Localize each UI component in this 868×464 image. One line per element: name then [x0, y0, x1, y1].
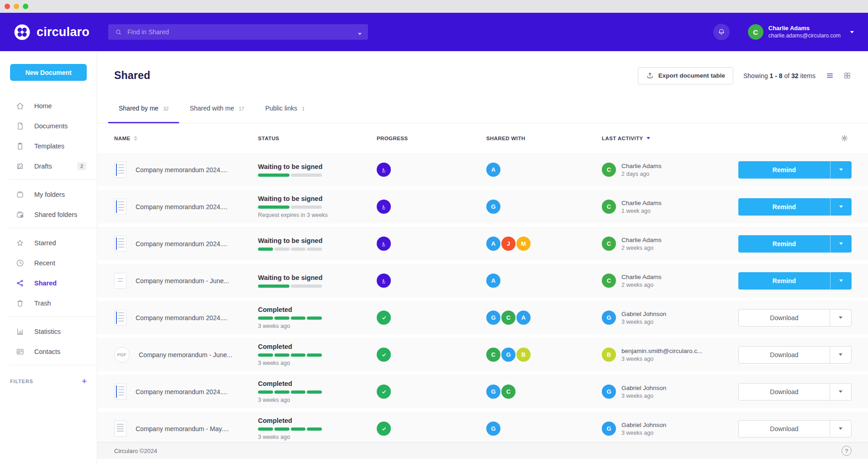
grid-view-button[interactable] [843, 71, 852, 80]
document-name[interactable]: Company memorandum 2024.... [136, 203, 227, 211]
sidebar-item-starred[interactable]: Starred [0, 233, 97, 253]
clock-icon [16, 258, 25, 268]
tab-shared-by-me[interactable]: Shared by me 32 [108, 94, 179, 123]
document-icon [16, 121, 25, 131]
download-button[interactable]: Download [738, 346, 852, 364]
last-activity-avatar[interactable]: C [602, 237, 616, 251]
user-avatar[interactable]: C [748, 24, 763, 40]
sidebar-item-home[interactable]: Home [0, 96, 97, 116]
maximize-window-button[interactable] [23, 4, 28, 9]
document-thumbnail-icon [114, 236, 126, 252]
remind-button[interactable]: Remind [738, 161, 852, 179]
column-header-name[interactable]: NAME [114, 136, 258, 141]
sidebar-item-my-folders[interactable]: My folders [0, 185, 97, 205]
action-options-caret[interactable] [830, 310, 851, 326]
last-activity-avatar[interactable]: C [602, 163, 616, 177]
last-activity-avatar[interactable]: B [602, 348, 616, 362]
action-options-caret[interactable] [830, 421, 851, 437]
shared-avatar[interactable]: C [486, 348, 500, 362]
statistics-icon [16, 327, 25, 336]
brand-logo[interactable]: circularo [14, 24, 89, 41]
export-document-table-button[interactable]: Export document table [638, 67, 733, 84]
action-options-caret[interactable] [830, 161, 852, 179]
sidebar-item-contacts[interactable]: Contacts [0, 342, 97, 362]
completed-status-icon [377, 348, 391, 362]
progress-segment [291, 353, 306, 357]
minimize-window-button[interactable] [14, 4, 19, 9]
sidebar-item-templates[interactable]: Templates [0, 136, 97, 156]
action-options-caret[interactable] [830, 347, 851, 363]
column-header-progress[interactable]: PROGRESS [377, 136, 486, 141]
search-scope-caret-icon[interactable] [356, 27, 362, 37]
shared-avatar[interactable]: C [501, 385, 516, 399]
document-name[interactable]: Company memorandum 2024.... [136, 166, 227, 174]
last-activity-avatar[interactable]: G [602, 311, 616, 325]
new-document-button[interactable]: New Document [10, 64, 87, 81]
remind-button[interactable]: Remind [738, 272, 852, 290]
tab-public-links[interactable]: Public links 1 [255, 94, 315, 123]
download-button[interactable]: Download [738, 420, 852, 438]
progress-segment [258, 316, 273, 320]
shared-avatar[interactable]: B [516, 348, 531, 362]
user-menu[interactable]: C Charlie Adams charlie.adams@circularo.… [748, 24, 854, 40]
column-header-shared-with[interactable]: SHARED WITH [486, 136, 602, 141]
add-filter-button[interactable]: + [82, 377, 87, 385]
shared-avatar[interactable]: A [486, 274, 500, 288]
list-view-button[interactable] [826, 71, 834, 80]
document-name[interactable]: Company memorandum 2024.... [136, 388, 227, 395]
shared-avatar[interactable]: A [516, 311, 531, 325]
document-name[interactable]: Company memorandum - June... [136, 277, 229, 285]
last-activity-avatar[interactable]: G [602, 385, 616, 399]
action-options-caret[interactable] [830, 198, 852, 216]
document-name[interactable]: Company memorandum 2024.... [136, 240, 227, 248]
sidebar-item-trash[interactable]: Trash [0, 293, 97, 313]
shared-avatar[interactable]: M [516, 237, 531, 251]
shared-avatar[interactable]: J [501, 237, 516, 251]
last-activity-avatar[interactable]: C [602, 274, 616, 288]
action-options-caret[interactable] [830, 384, 851, 400]
sidebar-item-drafts[interactable]: Drafts 2 [0, 156, 97, 176]
shared-avatar[interactable]: G [501, 348, 516, 362]
help-button[interactable]: ? [842, 446, 852, 456]
sidebar-item-statistics[interactable]: Statistics [0, 322, 97, 342]
table-settings-button[interactable] [840, 134, 849, 142]
last-activity-avatar[interactable]: C [602, 200, 616, 214]
shared-avatar[interactable]: A [486, 163, 500, 177]
download-button[interactable]: Download [738, 383, 852, 401]
sidebar-item-shared[interactable]: Shared [0, 273, 97, 293]
shared-avatar[interactable]: A [486, 237, 500, 251]
document-row: Company memorandum 2024.... Completed 3 … [97, 375, 868, 408]
progress-bar [258, 285, 322, 288]
shared-avatar[interactable]: C [501, 311, 516, 325]
document-name[interactable]: Company memorandum 2024.... [136, 314, 227, 322]
sidebar-item-documents[interactable]: Documents [0, 116, 97, 136]
remind-button[interactable]: Remind [738, 198, 852, 216]
sort-toggle-icon[interactable] [134, 136, 137, 141]
shared-avatar[interactable]: G [486, 311, 500, 325]
document-name[interactable]: Company memorandum - May.... [136, 425, 229, 432]
close-window-button[interactable] [5, 4, 10, 9]
signature-icon [379, 165, 388, 174]
document-name[interactable]: Company memorandum - June... [139, 351, 232, 359]
last-activity-name: Gabriel Johnson [621, 422, 666, 428]
shared-avatar[interactable]: G [486, 422, 500, 436]
search-input[interactable] [127, 28, 351, 36]
tab-label: Shared by me [119, 105, 158, 112]
user-menu-caret-icon[interactable] [850, 31, 854, 33]
tab-count: 1 [302, 105, 305, 111]
column-header-last-activity[interactable]: LAST ACTIVITY [602, 136, 738, 141]
notifications-button[interactable] [713, 24, 730, 40]
remind-button[interactable]: Remind [738, 235, 852, 253]
column-header-status[interactable]: STATUS [258, 136, 377, 141]
last-activity-avatar[interactable]: G [602, 422, 616, 436]
action-options-caret[interactable] [830, 235, 852, 253]
download-button[interactable]: Download [738, 309, 852, 327]
shared-avatar[interactable]: G [486, 385, 500, 399]
action-options-caret[interactable] [830, 272, 852, 290]
sidebar-item-shared-folders[interactable]: Shared folders [0, 205, 97, 225]
global-search[interactable] [108, 24, 368, 40]
sidebar-item-recent[interactable]: Recent [0, 253, 97, 273]
sort-desc-icon[interactable] [647, 137, 650, 139]
shared-avatar[interactable]: G [486, 200, 500, 214]
tab-shared-with-me[interactable]: Shared with me 17 [179, 94, 255, 123]
